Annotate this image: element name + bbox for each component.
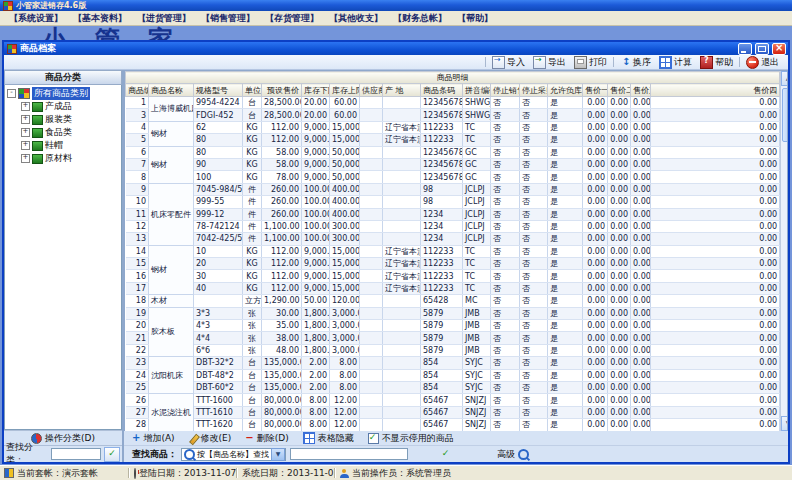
- cell[interactable]: 0.00: [583, 109, 608, 121]
- cell[interactable]: 0.00: [583, 357, 608, 369]
- cell[interactable]: SHWGJ: [463, 97, 491, 109]
- cell[interactable]: 0.00: [631, 270, 651, 282]
- cell[interactable]: 否: [491, 295, 520, 307]
- minimize-button[interactable]: [738, 43, 752, 55]
- cell-code[interactable]: 7: [126, 158, 149, 170]
- cell[interactable]: 0.00: [608, 307, 631, 319]
- cell[interactable]: 0.00: [583, 344, 608, 356]
- cell[interactable]: 否: [520, 233, 548, 245]
- cell[interactable]: 否: [491, 220, 520, 232]
- column-header[interactable]: 售价一: [583, 84, 608, 97]
- cell[interactable]: 30.00: [262, 307, 302, 319]
- cell[interactable]: [360, 381, 383, 393]
- column-header[interactable]: 拼音编码: [463, 84, 491, 97]
- cell[interactable]: 否: [520, 295, 548, 307]
- cell[interactable]: 0.00: [631, 258, 651, 270]
- cell-code[interactable]: 3: [126, 109, 149, 121]
- cell[interactable]: 8.00: [302, 419, 330, 431]
- cell[interactable]: 否: [520, 121, 548, 133]
- find-confirm-button[interactable]: ✓: [438, 448, 453, 461]
- cell[interactable]: 3,000.00: [330, 320, 360, 332]
- cell[interactable]: KG: [243, 158, 262, 170]
- cell[interactable]: 15,000.00: [330, 121, 360, 133]
- cell[interactable]: 1,100.00: [262, 220, 302, 232]
- cell[interactable]: 否: [491, 208, 520, 220]
- cell[interactable]: [360, 282, 383, 294]
- scrollbar-thumb[interactable]: [782, 88, 788, 142]
- cell[interactable]: DBT-32*2: [194, 357, 243, 369]
- cell[interactable]: KG: [243, 258, 262, 270]
- cell-code[interactable]: 21: [126, 332, 149, 344]
- cell[interactable]: [360, 183, 383, 195]
- cell[interactable]: 999-55: [194, 196, 243, 208]
- cell[interactable]: 9,000.00: [302, 258, 330, 270]
- cell[interactable]: 0.00: [608, 295, 631, 307]
- cell[interactable]: [360, 233, 383, 245]
- cell[interactable]: 否: [491, 406, 520, 418]
- cell[interactable]: SYJC: [463, 357, 491, 369]
- cell[interactable]: 台: [243, 357, 262, 369]
- cell[interactable]: 0.00: [631, 245, 651, 257]
- cell[interactable]: 12.00: [330, 419, 360, 431]
- cell[interactable]: 50,000.00: [330, 158, 360, 170]
- find-mode-select[interactable]: 按【商品名称】查找 ▼: [181, 448, 286, 461]
- cell[interactable]: 否: [520, 196, 548, 208]
- cell[interactable]: 0.00: [583, 332, 608, 344]
- column-header[interactable]: 单位: [243, 84, 262, 97]
- cell[interactable]: 1,290.00: [262, 295, 302, 307]
- cell[interactable]: 8.00: [330, 381, 360, 393]
- cell[interactable]: 65467: [421, 419, 463, 431]
- cell[interactable]: [383, 357, 421, 369]
- cell[interactable]: 0.00: [651, 109, 780, 121]
- cell[interactable]: 否: [520, 332, 548, 344]
- cell[interactable]: SNJZJ: [463, 419, 491, 431]
- cell[interactable]: 0.00: [583, 295, 608, 307]
- cell[interactable]: 0.00: [583, 419, 608, 431]
- cell[interactable]: 60.00: [330, 109, 360, 121]
- cell[interactable]: [383, 320, 421, 332]
- cell[interactable]: 否: [520, 344, 548, 356]
- cell[interactable]: 0.00: [631, 146, 651, 158]
- cell[interactable]: 0.00: [583, 381, 608, 393]
- cell-code[interactable]: 9: [126, 183, 149, 195]
- cell-name[interactable]: 水泥浇注机: [149, 394, 194, 431]
- cell[interactable]: 0.00: [631, 158, 651, 170]
- cell[interactable]: [360, 357, 383, 369]
- cell[interactable]: 50,000.00: [330, 146, 360, 158]
- cell[interactable]: 9954-4224: [194, 97, 243, 109]
- cell[interactable]: 1,100.00: [262, 233, 302, 245]
- cell[interactable]: 48.00: [262, 344, 302, 356]
- cell[interactable]: [383, 406, 421, 418]
- column-header[interactable]: 商品编码: [126, 84, 149, 97]
- cell[interactable]: 20.00: [302, 109, 330, 121]
- cell[interactable]: TTT-1600: [194, 394, 243, 406]
- cell[interactable]: 100.00: [302, 183, 330, 195]
- cell[interactable]: 否: [491, 146, 520, 158]
- cell[interactable]: [360, 307, 383, 319]
- cell[interactable]: 0.00: [608, 282, 631, 294]
- cell[interactable]: 0.00: [651, 295, 780, 307]
- cell[interactable]: [383, 381, 421, 393]
- cell[interactable]: 否: [491, 245, 520, 257]
- cell[interactable]: [383, 183, 421, 195]
- cell[interactable]: JCLPJ: [463, 183, 491, 195]
- cell[interactable]: 0.00: [651, 406, 780, 418]
- cell[interactable]: 0.00: [631, 394, 651, 406]
- cell[interactable]: 否: [491, 369, 520, 381]
- cell[interactable]: 100.00: [302, 208, 330, 220]
- cell[interactable]: 4*4: [194, 332, 243, 344]
- cell[interactable]: 98: [421, 183, 463, 195]
- cell[interactable]: 1234: [421, 208, 463, 220]
- cell[interactable]: 112.00: [262, 245, 302, 257]
- cell[interactable]: 是: [548, 419, 583, 431]
- cell[interactable]: 0.00: [608, 146, 631, 158]
- cell[interactable]: 300.00: [330, 233, 360, 245]
- cell[interactable]: 0.00: [608, 320, 631, 332]
- cell[interactable]: 100: [194, 171, 243, 183]
- cell[interactable]: 38.00: [262, 332, 302, 344]
- cell[interactable]: 否: [491, 258, 520, 270]
- cell[interactable]: 12.00: [330, 406, 360, 418]
- scroll-down-icon[interactable]: ▼: [781, 416, 788, 431]
- cell-code[interactable]: 13: [126, 233, 149, 245]
- cell[interactable]: 0.00: [631, 369, 651, 381]
